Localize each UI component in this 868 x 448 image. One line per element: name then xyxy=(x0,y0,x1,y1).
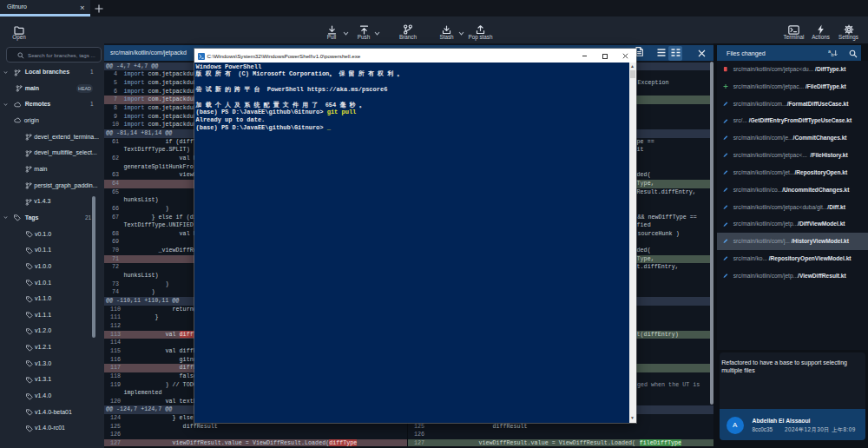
svg-text:b: b xyxy=(832,52,834,57)
